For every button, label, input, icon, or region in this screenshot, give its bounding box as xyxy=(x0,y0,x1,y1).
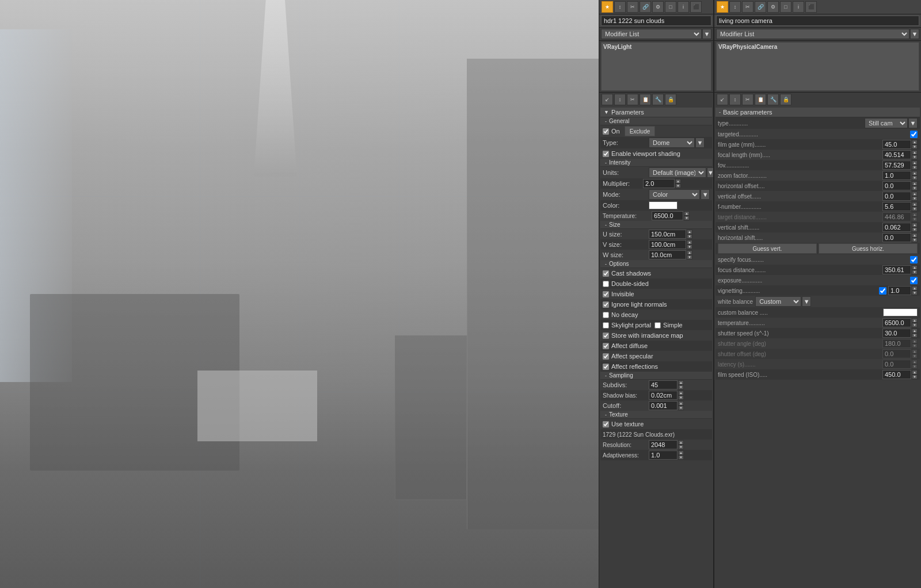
usize-down[interactable]: ▼ xyxy=(687,234,692,239)
light-icon-link[interactable]: 🔗 xyxy=(640,1,651,13)
cam-zoom-down[interactable]: ▼ xyxy=(912,175,918,180)
camera-sub-icon-5[interactable]: 🔧 xyxy=(767,94,779,105)
cam-latency-down[interactable]: ▼ xyxy=(912,364,918,369)
usize-up[interactable]: ▲ xyxy=(687,230,692,234)
cam-temp-down[interactable]: ▼ xyxy=(912,323,918,327)
camera-icon-star[interactable]: ★ xyxy=(717,1,728,13)
on-checkbox-label[interactable]: On xyxy=(603,128,620,135)
cam-vignetting-checkbox[interactable] xyxy=(879,287,886,295)
temperature-down[interactable]: ▼ xyxy=(684,216,690,220)
light-sub-icon-3[interactable]: ✂ xyxy=(627,94,638,105)
invisible-checkbox[interactable] xyxy=(603,291,609,297)
guess-vert-button[interactable]: Guess vert. xyxy=(718,243,817,254)
type-arrow[interactable]: ▼ xyxy=(695,138,705,148)
wsize-up[interactable]: ▲ xyxy=(687,250,692,255)
no-decay-checkbox[interactable] xyxy=(603,312,609,318)
light-sub-icon-1[interactable]: ↙ xyxy=(602,94,613,105)
skylight-checkbox[interactable] xyxy=(603,322,609,329)
cam-exposure-checkbox[interactable] xyxy=(910,277,918,284)
cam-filmspeed-up[interactable]: ▲ xyxy=(912,370,918,375)
enable-viewport-label[interactable]: Enable viewport shading xyxy=(603,150,680,157)
multiplier-input[interactable] xyxy=(643,179,675,188)
units-arrow[interactable]: ▼ xyxy=(707,167,713,178)
texture-section-header[interactable]: - Texture xyxy=(600,411,712,419)
affect-diffuse-label[interactable]: Affect diffuse xyxy=(603,342,648,349)
cam-hoffset-down[interactable]: ▼ xyxy=(912,186,918,190)
subdivs-down[interactable]: ▼ xyxy=(678,385,684,390)
exclude-button[interactable]: Exclude xyxy=(625,126,656,136)
mode-arrow[interactable]: ▼ xyxy=(701,189,710,200)
cam-filmspeed-down[interactable]: ▼ xyxy=(912,375,918,379)
camera-sub-icon-3[interactable]: ✂ xyxy=(742,94,753,105)
cutoff-down[interactable]: ▼ xyxy=(678,406,684,410)
cam-shutteroffset-down[interactable]: ▼ xyxy=(912,354,918,358)
cam-zoom-up[interactable]: ▲ xyxy=(912,171,918,175)
cam-shutterangle-input[interactable] xyxy=(882,339,911,348)
cam-type-select[interactable]: Still cam xyxy=(865,118,908,128)
cam-filmgate-up[interactable]: ▲ xyxy=(912,140,918,144)
light-modifier-select[interactable]: Modifier List xyxy=(601,29,702,39)
invisible-label[interactable]: Invisible xyxy=(603,291,634,297)
usize-input[interactable] xyxy=(649,230,686,239)
camera-icon-display[interactable]: □ xyxy=(780,1,791,13)
cam-vignetting-up[interactable]: ▲ xyxy=(912,286,918,291)
light-sub-icon-4[interactable]: 📋 xyxy=(640,94,651,105)
multiplier-down[interactable]: ▼ xyxy=(675,184,681,188)
light-modifier-arrow[interactable]: ▼ xyxy=(702,29,711,39)
camera-basic-section-header[interactable]: - Basic parameters xyxy=(716,108,920,117)
size-section-header[interactable]: - Size xyxy=(600,221,712,229)
light-sub-icon-2[interactable]: ↕ xyxy=(614,94,626,105)
store-irradiance-checkbox[interactable] xyxy=(603,333,609,339)
wsize-down[interactable]: ▼ xyxy=(687,255,692,259)
light-params-section-header[interactable]: ▼ Parameters xyxy=(600,108,712,117)
cam-focal-down[interactable]: ▼ xyxy=(912,155,918,159)
cam-filmgate-input[interactable] xyxy=(882,140,911,149)
subdivs-input[interactable] xyxy=(649,380,678,390)
enable-viewport-checkbox[interactable] xyxy=(603,151,609,157)
light-icon-motion[interactable]: ↕ xyxy=(614,1,626,13)
cam-vshift-input[interactable] xyxy=(882,223,911,232)
light-icon-display[interactable]: □ xyxy=(665,1,676,13)
cam-hoffset-up[interactable]: ▲ xyxy=(912,181,918,186)
sampling-section-header[interactable]: - Sampling xyxy=(600,372,712,380)
cam-hshift-up[interactable]: ▲ xyxy=(912,233,918,238)
cam-shutterspeed-down[interactable]: ▼ xyxy=(912,333,918,338)
cam-vignetting-down[interactable]: ▼ xyxy=(912,291,918,295)
wsize-input[interactable] xyxy=(649,250,686,259)
resolution-input[interactable] xyxy=(649,440,678,449)
camera-sub-icon-4[interactable]: 📋 xyxy=(755,94,766,105)
subdivs-up[interactable]: ▲ xyxy=(678,380,684,385)
cam-focusdist-up[interactable]: ▲ xyxy=(912,265,918,270)
cam-fov-input[interactable] xyxy=(882,161,911,170)
intensity-section-header[interactable]: - Intensity xyxy=(600,159,712,167)
cam-focal-input[interactable] xyxy=(882,150,911,159)
light-sub-icon-6[interactable]: 🔒 xyxy=(665,94,676,105)
adaptiveness-input[interactable] xyxy=(649,450,678,460)
cam-voffset-up[interactable]: ▲ xyxy=(912,192,918,196)
cam-latency-up[interactable]: ▲ xyxy=(912,360,918,364)
cam-targeted-checkbox[interactable] xyxy=(910,131,918,138)
temperature-up[interactable]: ▲ xyxy=(684,211,690,216)
affect-diffuse-checkbox[interactable] xyxy=(603,343,609,349)
mode-select[interactable]: Color xyxy=(649,189,700,200)
cam-fov-down[interactable]: ▼ xyxy=(912,165,918,170)
shadow-bias-input[interactable] xyxy=(649,391,678,400)
cam-targetdist-input[interactable] xyxy=(882,212,911,222)
vsize-input[interactable] xyxy=(649,240,686,249)
cam-wb-select[interactable]: Custom xyxy=(755,296,801,307)
cam-fnumber-up[interactable]: ▲ xyxy=(912,202,918,207)
double-sided-checkbox[interactable] xyxy=(603,281,609,287)
camera-icon-cut[interactable]: ✂ xyxy=(742,1,753,13)
affect-reflections-checkbox[interactable] xyxy=(603,364,609,370)
cam-shutterspeed-up[interactable]: ▲ xyxy=(912,329,918,333)
light-icon-extra[interactable]: ⬛ xyxy=(690,1,702,13)
shadow-bias-up[interactable]: ▲ xyxy=(678,391,684,395)
cam-voffset-input[interactable] xyxy=(882,192,911,201)
guess-horiz-button[interactable]: Guess horiz. xyxy=(819,243,918,254)
cast-shadows-label[interactable]: Cast shadows xyxy=(603,270,651,277)
cam-specifyfocus-checkbox[interactable] xyxy=(910,256,918,264)
simple-checkbox[interactable] xyxy=(654,322,661,329)
cam-vshift-down[interactable]: ▼ xyxy=(912,227,918,232)
camera-modifier-arrow[interactable]: ▼ xyxy=(910,29,919,39)
resolution-down[interactable]: ▼ xyxy=(678,445,684,449)
